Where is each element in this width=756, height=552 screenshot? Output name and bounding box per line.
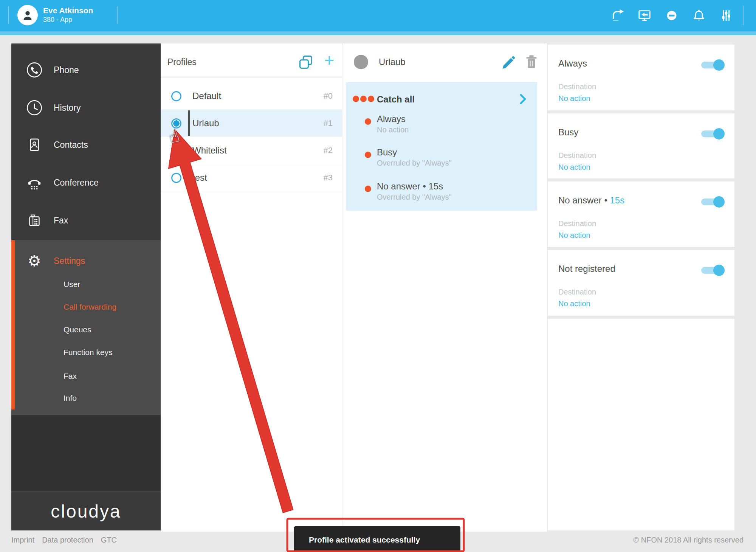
sidebar: Phone History Contacts [11,43,161,530]
rule-row-always[interactable]: Always No action [346,114,537,141]
rule-status-dot [365,152,371,158]
rule-row-no-answer[interactable]: No answer • 15s Overruled by "Always" [346,181,537,208]
destination-label: Destination [558,219,596,228]
rule-title: Always [377,114,406,124]
sidebar-item-conference[interactable]: Conference [11,174,161,191]
fax-icon [26,212,43,229]
rule-note: No action [377,126,409,134]
destination-label: Destination [558,82,596,91]
avatar[interactable] [17,5,38,25]
divider [161,78,342,78]
card-not-registered: Not registered Destination No action [548,250,734,316]
sidebar-item-call-forwarding[interactable]: Call forwarding [64,301,116,313]
card-no-answer: No answer • 15s Destination No action [548,181,734,247]
destination-label: Destination [558,288,596,296]
contacts-icon [26,136,43,154]
copyright-text: © NFON 2018 All rights reserved [633,536,744,544]
chevron-right-icon[interactable] [519,93,527,105]
profiles-title: Profiles [167,57,197,67]
rule-note: Overruled by "Always" [377,159,452,167]
notifications-icon[interactable] [691,8,706,23]
user-extension: 380 - App [43,16,72,24]
user-icon [21,9,34,22]
catch-all-label: Catch all [377,94,415,105]
rule-note: Overruled by "Always" [377,193,452,202]
do-not-disturb-icon[interactable] [664,8,679,23]
no-action-link[interactable]: No action [558,94,590,103]
profile-name: Whitelist [192,137,227,164]
profile-radio-selected[interactable] [171,118,181,129]
sidebar-item-history[interactable]: History [11,99,161,116]
audio-settings-icon[interactable] [719,8,734,23]
card-title: No answer • 15s [558,195,624,206]
profile-number: #0 [324,82,333,110]
cloudya-logo: cloudya [51,501,121,522]
sidebar-item-label: Contacts [54,136,88,154]
profile-name: Urlaub [192,110,219,137]
sidebar-item-phone[interactable]: Phone [11,61,161,79]
sidebar-item-label: History [54,99,81,116]
profile-row-default[interactable]: Default #0 [161,82,342,110]
toast-message: Profile activated successfully [309,535,420,544]
profile-radio[interactable] [171,91,181,101]
timeout-value[interactable]: 15s [610,195,624,205]
footer-links: Imprint Data protection GTC [11,536,117,544]
rule-row-busy[interactable]: Busy Overruled by "Always" [346,147,537,174]
profile-row-whitelist[interactable]: Whitelist #2 [161,137,342,164]
rule-status-dot [365,186,371,192]
toast-notification: Profile activated successfully [294,526,460,552]
topbar-divider [8,6,9,24]
screen-share-icon[interactable] [637,8,652,23]
no-action-link[interactable]: No action [558,163,590,172]
copy-profile-icon[interactable] [297,54,314,71]
profile-name: test [192,164,207,191]
no-action-link[interactable]: No action [558,231,590,240]
rule-status-dot [365,118,371,125]
data-protection-link[interactable]: Data protection [42,536,93,544]
card-title: Not registered [558,264,615,274]
conference-icon [26,174,43,191]
gtc-link[interactable]: GTC [101,536,117,544]
delete-icon[interactable] [524,54,539,69]
call-forwarding-icon[interactable] [610,8,625,23]
sidebar-item-fax-settings[interactable]: Fax [64,370,77,383]
edit-icon[interactable] [500,55,516,70]
profile-number: #2 [324,137,333,164]
drag-handle-bar [188,110,190,136]
sidebar-item-contacts[interactable]: Contacts [11,136,161,154]
sidebar-item-info[interactable]: Info [64,392,77,405]
sidebar-item-label: Fax [54,212,68,229]
sidebar-item-queues[interactable]: Queues [64,323,91,336]
sidebar-item-function-keys[interactable]: Function keys [64,346,113,359]
card-title: Busy [558,127,578,138]
sidebar-item-user[interactable]: User [64,278,80,291]
topbar-accent-strip [0,31,756,35]
sidebar-item-label: Conference [54,174,99,191]
busy-toggle[interactable] [701,126,725,141]
sidebar-item-fax[interactable]: Fax [11,212,161,229]
profile-radio[interactable] [171,173,181,183]
detail-title: Urlaub [379,57,406,67]
sidebar-item-label: Phone [54,61,79,79]
add-profile-icon[interactable]: + [321,52,338,68]
no-answer-toggle[interactable] [701,194,725,209]
card-title: Always [558,58,587,69]
card-empty-filler [548,319,734,530]
profile-number: #1 [324,110,333,137]
always-toggle[interactable] [701,57,725,73]
rule-title: No answer • 15s [377,181,443,192]
phone-icon [26,61,43,79]
destination-label: Destination [558,151,596,160]
profile-radio[interactable] [171,146,181,156]
sidebar-item-settings[interactable]: ⚙ Settings [11,252,161,270]
forwarding-rules-block: Catch all Always No action Busy Overrule… [346,82,537,211]
topbar: Eve Atkinson 380 - App [0,0,756,31]
not-registered-toggle[interactable] [701,263,725,278]
profile-name: Default [192,82,221,110]
imprint-link[interactable]: Imprint [11,536,34,544]
profile-status-icon [354,55,368,69]
catch-all-row[interactable]: Catch all [346,87,537,110]
no-action-link[interactable]: No action [558,299,590,308]
forwarding-cards-panel: Always Destination No action Busy Destin… [548,43,734,532]
profiles-panel: Profiles + Default #0 Urlaub #1 Whitelis… [161,43,342,532]
